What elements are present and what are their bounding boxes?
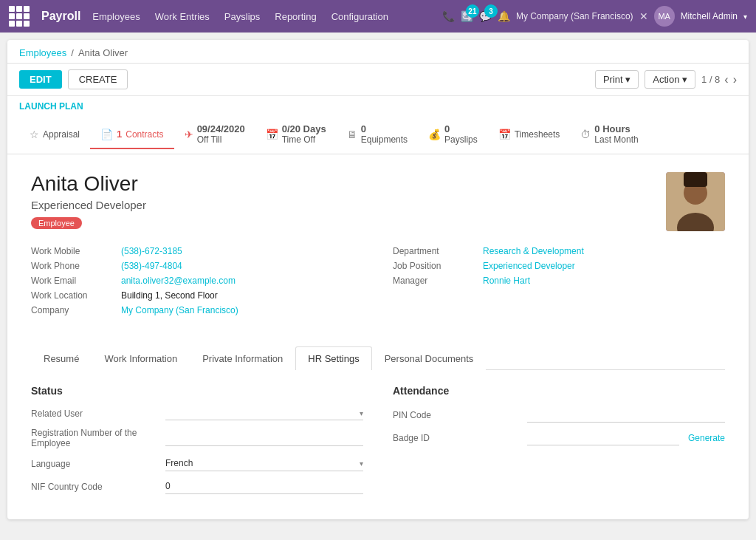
work-email-value[interactable]: anita.oliver32@example.com bbox=[121, 276, 236, 286]
breadcrumb: Employees / Anita Oliver bbox=[7, 40, 749, 64]
status-title: Status bbox=[31, 385, 363, 397]
prev-page-button[interactable]: ‹ bbox=[724, 73, 728, 86]
manager-value[interactable]: Ronnie Hart bbox=[483, 276, 530, 286]
company-name[interactable]: My Company (San Francisco) bbox=[516, 11, 633, 21]
related-user-label: Related User bbox=[31, 409, 157, 419]
work-phone-label: Work Phone bbox=[31, 261, 112, 271]
tab-equipments[interactable]: 🖥 0 Equipments bbox=[337, 116, 418, 154]
off-till-icon: ✈ bbox=[185, 129, 193, 140]
department-label: Department bbox=[393, 246, 474, 256]
payslips-count: 0 bbox=[444, 123, 478, 134]
nav-payslips[interactable]: Payslips bbox=[224, 11, 260, 22]
job-position-label: Job Position bbox=[393, 261, 474, 271]
attendance-title: Attendance bbox=[393, 385, 725, 397]
company-value[interactable]: My Company (San Francisco) bbox=[121, 305, 238, 315]
language-label: Language bbox=[31, 459, 157, 469]
detail-tabs: Resumé Work Information Private Informat… bbox=[31, 346, 725, 370]
nav-configuration[interactable]: Configuration bbox=[331, 11, 388, 22]
bell-icon[interactable]: 🔔 bbox=[498, 10, 510, 22]
tab-last-month[interactable]: ⏱ 0 Hours Last Month bbox=[570, 116, 648, 154]
language-row: Language French ▾ bbox=[31, 456, 363, 471]
tab-personal-documents[interactable]: Personal Documents bbox=[372, 346, 487, 370]
off-till-label: Off Till bbox=[197, 134, 245, 145]
nif-label: NIF Country Code bbox=[31, 482, 157, 492]
tab-appraisal[interactable]: ☆ Appraisal bbox=[19, 121, 90, 149]
username-dropdown-arrow[interactable]: ▾ bbox=[743, 13, 747, 21]
username[interactable]: Mitchell Admin bbox=[681, 11, 738, 21]
job-position-value[interactable]: Experienced Developer bbox=[483, 261, 575, 271]
tab-resume[interactable]: Resumé bbox=[31, 346, 92, 370]
pagination: 1 / 8 ‹ › bbox=[701, 73, 737, 86]
registration-input[interactable] bbox=[165, 431, 363, 446]
tab-hr-settings[interactable]: HR Settings bbox=[295, 346, 371, 370]
launch-plan-bar: LAUNCH PLAN bbox=[7, 96, 749, 116]
appraisal-icon: ☆ bbox=[30, 129, 39, 140]
employee-info-left: Anita Oliver Experienced Developer Emplo… bbox=[31, 172, 146, 229]
work-mobile-value[interactable]: (538)-672-3185 bbox=[121, 246, 182, 256]
breadcrumb-employees[interactable]: Employees bbox=[19, 47, 66, 58]
work-phone-value[interactable]: (538)-497-4804 bbox=[121, 261, 182, 271]
appraisal-label: Appraisal bbox=[43, 129, 80, 140]
print-dropdown-arrow[interactable]: ▾ bbox=[625, 74, 630, 85]
action-dropdown-arrow[interactable]: ▾ bbox=[682, 74, 687, 85]
nav-links: Employees Work Entries Payslips Reportin… bbox=[92, 11, 436, 22]
related-user-row: Related User ▾ bbox=[31, 407, 363, 420]
tab-contracts[interactable]: 📄 1 Contracts bbox=[90, 121, 174, 149]
action-button[interactable]: Action ▾ bbox=[645, 70, 695, 89]
company-label: Company bbox=[31, 305, 112, 315]
main-content: Employees / Anita Oliver EDIT CREATE Pri… bbox=[7, 40, 749, 519]
pagination-text: 1 / 8 bbox=[701, 74, 720, 85]
payslips-label: Payslips bbox=[444, 134, 478, 145]
language-select[interactable]: French ▾ bbox=[165, 456, 363, 471]
close-icon[interactable]: ✕ bbox=[639, 10, 648, 22]
avatar: MA bbox=[654, 6, 675, 27]
nav-reporting[interactable]: Reporting bbox=[275, 11, 316, 22]
registration-row: Registration Number of the Employee bbox=[31, 428, 363, 448]
department-row: Department Research & Development bbox=[393, 246, 725, 256]
tab-work-information[interactable]: Work Information bbox=[92, 346, 190, 370]
tab-private-information[interactable]: Private Information bbox=[190, 346, 295, 370]
registration-label: Registration Number of the Employee bbox=[31, 428, 157, 448]
nav-right: 📞 🔄 21 💬 3 🔔 My Company (San Francisco) … bbox=[442, 6, 747, 27]
department-value[interactable]: Research & Development bbox=[483, 246, 584, 256]
employee-photo bbox=[666, 172, 725, 231]
launch-plan-link[interactable]: LAUNCH PLAN bbox=[19, 101, 83, 112]
apps-grid-icon[interactable] bbox=[9, 6, 30, 27]
action-label: Action bbox=[653, 74, 679, 85]
next-page-button[interactable]: › bbox=[733, 73, 737, 86]
nif-row: NIF Country Code bbox=[31, 479, 363, 494]
attendance-section: Attendance PIN Code Badge ID Generate bbox=[393, 385, 725, 502]
create-button[interactable]: CREATE bbox=[68, 69, 128, 89]
employee-detail: Anita Oliver Experienced Developer Emplo… bbox=[7, 154, 749, 332]
activity-icon-wrapper[interactable]: 🔄 21 bbox=[461, 10, 473, 22]
print-label: Print bbox=[603, 74, 623, 85]
contracts-count: 1 bbox=[117, 129, 122, 140]
job-position-row: Job Position Experienced Developer bbox=[393, 261, 725, 271]
time-off-label: Time Off bbox=[282, 134, 326, 145]
employee-info-grid: Work Mobile (538)-672-3185 Work Phone (5… bbox=[31, 246, 725, 320]
related-user-select[interactable]: ▾ bbox=[165, 407, 363, 420]
nif-input[interactable] bbox=[165, 479, 363, 494]
equipments-icon: 🖥 bbox=[347, 129, 357, 140]
breadcrumb-separator: / bbox=[71, 47, 74, 58]
action-bar: EDIT CREATE Print ▾ Action ▾ 1 / 8 ‹ › bbox=[7, 64, 749, 96]
tab-timesheets[interactable]: 📅 Timesheets bbox=[488, 121, 571, 149]
work-mobile-label: Work Mobile bbox=[31, 246, 112, 256]
contracts-label: Contracts bbox=[126, 129, 163, 140]
nav-work-entries[interactable]: Work Entries bbox=[155, 11, 210, 22]
work-location-row: Work Location Building 1, Second Floor bbox=[31, 290, 363, 301]
phone-icon[interactable]: 📞 bbox=[442, 10, 455, 22]
badge-id-input[interactable] bbox=[527, 430, 679, 445]
generate-link[interactable]: Generate bbox=[688, 433, 725, 443]
chat-icon-wrapper[interactable]: 💬 3 bbox=[479, 10, 492, 22]
pin-code-input[interactable] bbox=[527, 407, 725, 423]
print-button[interactable]: Print ▾ bbox=[595, 70, 639, 89]
tab-payslips[interactable]: 💰 0 Payslips bbox=[418, 116, 488, 154]
edit-button[interactable]: EDIT bbox=[19, 70, 62, 89]
related-user-dropdown-arrow[interactable]: ▾ bbox=[360, 409, 363, 417]
tab-off-till[interactable]: ✈ 09/24/2020 Off Till bbox=[174, 116, 255, 154]
tab-time-off[interactable]: 📅 0/20 Days Time Off bbox=[255, 116, 337, 154]
work-location-value: Building 1, Second Floor bbox=[121, 290, 218, 301]
nav-employees[interactable]: Employees bbox=[92, 11, 140, 22]
language-dropdown-arrow[interactable]: ▾ bbox=[360, 459, 363, 468]
